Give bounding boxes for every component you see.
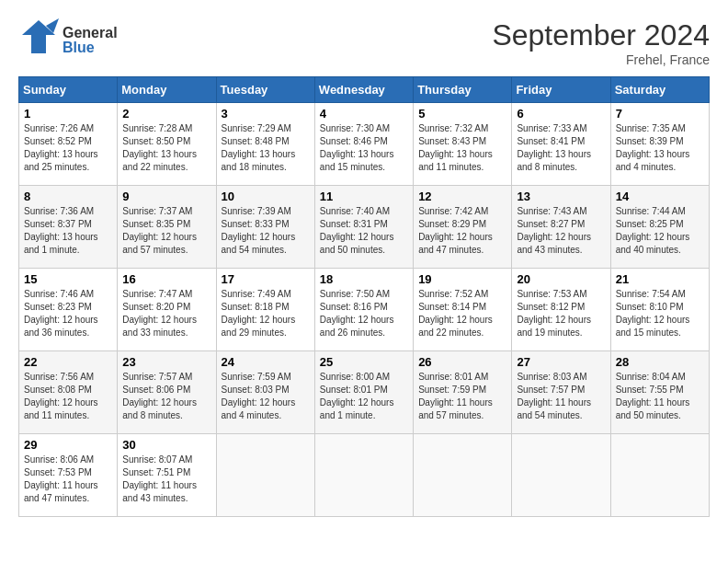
calendar-header: SundayMondayTuesdayWednesdayThursdayFrid… — [19, 77, 710, 103]
day-number: 17 — [222, 272, 310, 286]
day-number: 19 — [418, 272, 506, 286]
day-info: Sunrise: 7:54 AM Sunset: 8:10 PM Dayligh… — [616, 288, 704, 339]
calendar-cell: 13Sunrise: 7:43 AM Sunset: 8:27 PM Dayli… — [512, 186, 610, 269]
day-info: Sunrise: 7:40 AM Sunset: 8:31 PM Dayligh… — [320, 205, 408, 257]
calendar-cell: 8Sunrise: 7:36 AM Sunset: 8:37 PM Daylig… — [19, 186, 118, 269]
day-number: 28 — [616, 355, 704, 369]
day-number: 22 — [24, 355, 112, 369]
calendar-cell: 3Sunrise: 7:29 AM Sunset: 8:48 PM Daylig… — [216, 103, 314, 186]
day-info: Sunrise: 7:57 AM Sunset: 8:06 PM Dayligh… — [122, 371, 210, 422]
day-info: Sunrise: 7:33 AM Sunset: 8:41 PM Dayligh… — [517, 122, 605, 174]
calendar-day-header-wednesday: Wednesday — [314, 77, 413, 103]
calendar-cell: 15Sunrise: 7:46 AM Sunset: 8:23 PM Dayli… — [19, 269, 118, 351]
calendar-week-row: 29Sunrise: 8:06 AM Sunset: 7:53 PM Dayli… — [19, 434, 710, 517]
day-number: 25 — [320, 355, 408, 369]
day-number: 20 — [517, 272, 605, 286]
calendar-cell: 5Sunrise: 7:32 AM Sunset: 8:43 PM Daylig… — [414, 103, 512, 186]
calendar-week-row: 15Sunrise: 7:46 AM Sunset: 8:23 PM Dayli… — [19, 269, 710, 351]
logo: General Blue — [18, 18, 118, 62]
day-info: Sunrise: 7:56 AM Sunset: 8:08 PM Dayligh… — [24, 371, 112, 422]
day-info: Sunrise: 7:32 AM Sunset: 8:43 PM Dayligh… — [418, 122, 506, 174]
calendar-cell: 14Sunrise: 7:44 AM Sunset: 8:25 PM Dayli… — [610, 186, 709, 269]
calendar-cell: 17Sunrise: 7:49 AM Sunset: 8:18 PM Dayli… — [216, 269, 314, 351]
calendar-cell: 21Sunrise: 7:54 AM Sunset: 8:10 PM Dayli… — [610, 269, 709, 351]
calendar-cell: 9Sunrise: 7:37 AM Sunset: 8:35 PM Daylig… — [118, 186, 216, 269]
calendar-table: SundayMondayTuesdayWednesdayThursdayFrid… — [18, 76, 710, 517]
day-number: 6 — [517, 107, 605, 121]
calendar-week-row: 8Sunrise: 7:36 AM Sunset: 8:37 PM Daylig… — [19, 186, 710, 269]
day-info: Sunrise: 7:30 AM Sunset: 8:46 PM Dayligh… — [320, 122, 408, 174]
day-number: 8 — [24, 190, 112, 203]
calendar-cell: 16Sunrise: 7:47 AM Sunset: 8:20 PM Dayli… — [118, 269, 216, 351]
day-info: Sunrise: 7:36 AM Sunset: 8:37 PM Dayligh… — [24, 205, 112, 257]
day-number: 11 — [320, 190, 408, 203]
calendar-cell: 6Sunrise: 7:33 AM Sunset: 8:41 PM Daylig… — [512, 103, 610, 186]
day-number: 27 — [517, 355, 605, 369]
calendar-cell: 28Sunrise: 8:04 AM Sunset: 7:55 PM Dayli… — [610, 351, 709, 434]
calendar-cell: 30Sunrise: 8:07 AM Sunset: 7:51 PM Dayli… — [118, 434, 216, 517]
day-number: 13 — [517, 190, 605, 203]
day-info: Sunrise: 7:59 AM Sunset: 8:03 PM Dayligh… — [222, 371, 310, 422]
day-info: Sunrise: 8:07 AM Sunset: 7:51 PM Dayligh… — [122, 454, 210, 505]
day-info: Sunrise: 7:52 AM Sunset: 8:14 PM Dayligh… — [418, 288, 506, 339]
day-info: Sunrise: 8:00 AM Sunset: 8:01 PM Dayligh… — [320, 371, 408, 422]
day-info: Sunrise: 8:01 AM Sunset: 7:59 PM Dayligh… — [418, 371, 506, 422]
logo-icon — [18, 18, 59, 62]
calendar-cell: 7Sunrise: 7:35 AM Sunset: 8:39 PM Daylig… — [610, 103, 709, 186]
calendar-cell: 20Sunrise: 7:53 AM Sunset: 8:12 PM Dayli… — [512, 269, 610, 351]
calendar-cell: 27Sunrise: 8:03 AM Sunset: 7:57 PM Dayli… — [512, 351, 610, 434]
calendar-day-header-monday: Monday — [118, 77, 216, 103]
calendar-cell: 18Sunrise: 7:50 AM Sunset: 8:16 PM Dayli… — [314, 269, 413, 351]
day-number: 14 — [616, 190, 704, 203]
calendar-cell: 22Sunrise: 7:56 AM Sunset: 8:08 PM Dayli… — [19, 351, 118, 434]
calendar-cell: 4Sunrise: 7:30 AM Sunset: 8:46 PM Daylig… — [314, 103, 413, 186]
day-number: 30 — [122, 438, 210, 452]
day-number: 29 — [24, 438, 112, 452]
calendar-cell: 12Sunrise: 7:42 AM Sunset: 8:29 PM Dayli… — [414, 186, 512, 269]
calendar-cell — [610, 434, 709, 517]
day-number: 9 — [122, 190, 210, 203]
day-info: Sunrise: 7:42 AM Sunset: 8:29 PM Dayligh… — [418, 205, 506, 257]
calendar-cell — [314, 434, 413, 517]
calendar-cell: 2Sunrise: 7:28 AM Sunset: 8:50 PM Daylig… — [118, 103, 216, 186]
day-info: Sunrise: 7:53 AM Sunset: 8:12 PM Dayligh… — [517, 288, 605, 339]
calendar-week-row: 1Sunrise: 7:26 AM Sunset: 8:52 PM Daylig… — [19, 103, 710, 186]
calendar-cell: 25Sunrise: 8:00 AM Sunset: 8:01 PM Dayli… — [314, 351, 413, 434]
calendar-week-row: 22Sunrise: 7:56 AM Sunset: 8:08 PM Dayli… — [19, 351, 710, 434]
day-number: 24 — [222, 355, 310, 369]
day-number: 16 — [122, 272, 210, 286]
day-info: Sunrise: 7:39 AM Sunset: 8:33 PM Dayligh… — [222, 205, 310, 257]
day-info: Sunrise: 8:03 AM Sunset: 7:57 PM Dayligh… — [517, 371, 605, 422]
calendar-cell: 19Sunrise: 7:52 AM Sunset: 8:14 PM Dayli… — [414, 269, 512, 351]
day-info: Sunrise: 7:49 AM Sunset: 8:18 PM Dayligh… — [222, 288, 310, 339]
logo-blue: Blue — [63, 40, 118, 55]
day-info: Sunrise: 7:44 AM Sunset: 8:25 PM Dayligh… — [616, 205, 704, 257]
day-number: 3 — [222, 107, 310, 121]
day-number: 26 — [418, 355, 506, 369]
calendar-cell: 23Sunrise: 7:57 AM Sunset: 8:06 PM Dayli… — [118, 351, 216, 434]
day-number: 5 — [418, 107, 506, 121]
page-header: General Blue September 2024 Frehel, Fran… — [18, 18, 710, 67]
month-title: September 2024 — [492, 18, 710, 52]
calendar-day-header-tuesday: Tuesday — [216, 77, 314, 103]
day-number: 23 — [122, 355, 210, 369]
day-number: 1 — [24, 107, 112, 121]
calendar-cell — [216, 434, 314, 517]
day-info: Sunrise: 7:29 AM Sunset: 8:48 PM Dayligh… — [222, 122, 310, 174]
calendar-day-header-thursday: Thursday — [414, 77, 512, 103]
calendar-cell: 11Sunrise: 7:40 AM Sunset: 8:31 PM Dayli… — [314, 186, 413, 269]
calendar-cell — [414, 434, 512, 517]
calendar-cell: 29Sunrise: 8:06 AM Sunset: 7:53 PM Dayli… — [19, 434, 118, 517]
day-number: 12 — [418, 190, 506, 203]
day-number: 7 — [616, 107, 704, 121]
day-number: 18 — [320, 272, 408, 286]
calendar-day-header-saturday: Saturday — [610, 77, 709, 103]
calendar-day-header-friday: Friday — [512, 77, 610, 103]
day-info: Sunrise: 8:06 AM Sunset: 7:53 PM Dayligh… — [24, 454, 112, 505]
calendar-cell: 26Sunrise: 8:01 AM Sunset: 7:59 PM Dayli… — [414, 351, 512, 434]
day-info: Sunrise: 7:28 AM Sunset: 8:50 PM Dayligh… — [122, 122, 210, 174]
calendar-cell: 10Sunrise: 7:39 AM Sunset: 8:33 PM Dayli… — [216, 186, 314, 269]
day-info: Sunrise: 7:50 AM Sunset: 8:16 PM Dayligh… — [320, 288, 408, 339]
logo-text: General Blue — [63, 26, 118, 55]
day-info: Sunrise: 7:46 AM Sunset: 8:23 PM Dayligh… — [24, 288, 112, 339]
